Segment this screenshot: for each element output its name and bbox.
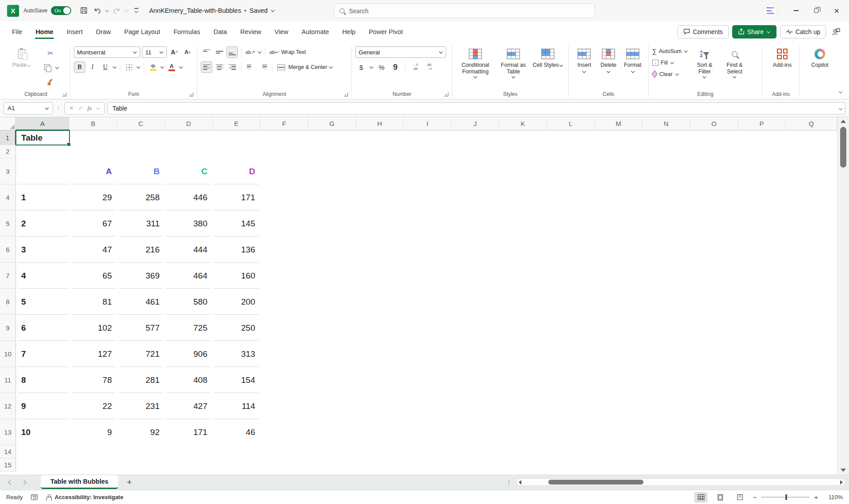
cell-C15[interactable] — [117, 458, 165, 472]
font-color-button[interactable]: A — [166, 61, 177, 73]
cell-I12[interactable] — [404, 393, 451, 419]
cell-P12[interactable] — [738, 393, 786, 419]
zoom-slider-thumb[interactable] — [785, 494, 787, 500]
cell-C8[interactable]: 461 — [117, 289, 165, 315]
cell-J1[interactable] — [451, 130, 499, 145]
cell-K13[interactable] — [499, 419, 547, 445]
cell-N4[interactable] — [642, 184, 690, 210]
cell-K5[interactable] — [499, 210, 547, 237]
cell-L11[interactable] — [547, 367, 595, 393]
cell-A9[interactable]: 6 — [16, 315, 69, 341]
cell-I4[interactable] — [404, 184, 451, 210]
fill-button[interactable]: ↓ Fill — [652, 57, 674, 68]
cell-K7[interactable] — [499, 263, 547, 289]
minimize-button[interactable] — [787, 3, 805, 18]
cell-A15[interactable] — [16, 458, 69, 472]
row-header-15[interactable]: 15 — [0, 458, 16, 472]
cell-L7[interactable] — [547, 263, 595, 289]
number-dialog-launcher[interactable] — [444, 92, 448, 96]
cell-A4[interactable]: 1 — [16, 184, 69, 210]
wrap-text-label[interactable]: Wrap Text — [281, 49, 306, 55]
cell-B1[interactable] — [69, 130, 117, 145]
underline-button[interactable]: U — [99, 61, 111, 73]
cell-styles-button[interactable]: Cell Styles — [532, 46, 564, 79]
cell-B5[interactable]: 67 — [69, 210, 117, 237]
cell-Q13[interactable] — [786, 419, 837, 445]
cell-D14[interactable] — [165, 445, 213, 458]
tab-formulas[interactable]: Formulas — [168, 25, 206, 39]
cell-G6[interactable] — [308, 237, 356, 263]
cell-O7[interactable] — [690, 263, 738, 289]
cell-H6[interactable] — [356, 237, 404, 263]
cell-J4[interactable] — [451, 184, 499, 210]
cell-M2[interactable] — [595, 145, 642, 158]
col-header-B[interactable]: B — [69, 117, 117, 130]
format-as-table-button[interactable]: Format as Table — [495, 46, 532, 79]
cell-B14[interactable] — [69, 445, 117, 458]
formula-bar-handle[interactable]: ⋮ — [56, 105, 62, 111]
cell-D13[interactable]: 171 — [165, 419, 213, 445]
cell-Q2[interactable] — [786, 145, 837, 158]
col-header-Q[interactable]: Q — [786, 117, 837, 130]
cell-I8[interactable] — [404, 289, 451, 315]
macro-record-icon[interactable] — [31, 494, 38, 500]
cell-F1[interactable] — [260, 130, 308, 145]
row-header-13[interactable]: 13 — [0, 419, 16, 445]
cell-M15[interactable] — [595, 458, 642, 472]
cell-E6[interactable]: 136 — [213, 237, 260, 263]
copy-dropdown-icon[interactable] — [55, 65, 59, 69]
row-header-11[interactable]: 11 — [0, 367, 16, 393]
cell-B11[interactable]: 78 — [69, 367, 117, 393]
font-name-select[interactable]: Montserrat — [74, 46, 140, 58]
cell-D1[interactable] — [165, 130, 213, 145]
find-select-button[interactable]: Find & Select — [721, 46, 748, 80]
cut-button[interactable]: ✂ — [45, 47, 56, 59]
cell-E5[interactable]: 145 — [213, 210, 260, 237]
function-dropdown-icon[interactable] — [96, 106, 100, 109]
cell-H1[interactable] — [356, 130, 404, 145]
avatar[interactable]: depict data studio — [763, 4, 777, 18]
autosave-toggle[interactable]: On — [51, 6, 71, 15]
paste-button[interactable]: Paste — [5, 46, 38, 88]
number-format-select[interactable]: General — [356, 46, 446, 58]
vertical-scrollbar[interactable] — [837, 117, 849, 474]
decrease-font-button[interactable]: Av — [182, 46, 193, 58]
cell-N14[interactable] — [642, 445, 690, 458]
cell-Q7[interactable] — [786, 263, 837, 289]
cell-O6[interactable] — [690, 237, 738, 263]
cell-K8[interactable] — [499, 289, 547, 315]
fill-color-button[interactable] — [147, 61, 159, 73]
cell-I15[interactable] — [404, 458, 451, 472]
cell-C4[interactable]: 258 — [117, 184, 165, 210]
cell-P6[interactable] — [738, 237, 786, 263]
cell-I3[interactable] — [404, 158, 451, 184]
cell-H3[interactable] — [356, 158, 404, 184]
cell-Q1[interactable] — [786, 130, 837, 145]
cell-Q14[interactable] — [786, 445, 837, 458]
row-header-12[interactable]: 12 — [0, 393, 16, 419]
cell-E13[interactable]: 46 — [213, 419, 260, 445]
row-header-1[interactable]: 1 — [0, 130, 16, 145]
cell-K3[interactable] — [499, 158, 547, 184]
search-input[interactable]: Search — [334, 4, 595, 18]
cell-M9[interactable] — [595, 315, 642, 341]
underline-dropdown-icon[interactable] — [113, 65, 116, 69]
col-header-N[interactable]: N — [642, 117, 690, 130]
merge-center-icon[interactable] — [275, 61, 287, 73]
cell-N10[interactable] — [642, 341, 690, 367]
cell-B8[interactable]: 81 — [69, 289, 117, 315]
cell-P11[interactable] — [738, 367, 786, 393]
cell-B3[interactable]: A — [69, 158, 117, 184]
font-dialog-launcher[interactable] — [189, 92, 193, 96]
cell-N5[interactable] — [642, 210, 690, 237]
cell-O5[interactable] — [690, 210, 738, 237]
cell-M5[interactable] — [595, 210, 642, 237]
cell-J14[interactable] — [451, 445, 499, 458]
cell-I10[interactable] — [404, 341, 451, 367]
cell-H9[interactable] — [356, 315, 404, 341]
row-header-10[interactable]: 10 — [0, 341, 16, 367]
decrease-decimal-button[interactable]: .00→0 — [423, 61, 435, 73]
cell-A7[interactable]: 4 — [16, 263, 69, 289]
cell-G13[interactable] — [308, 419, 356, 445]
cell-J13[interactable] — [451, 419, 499, 445]
